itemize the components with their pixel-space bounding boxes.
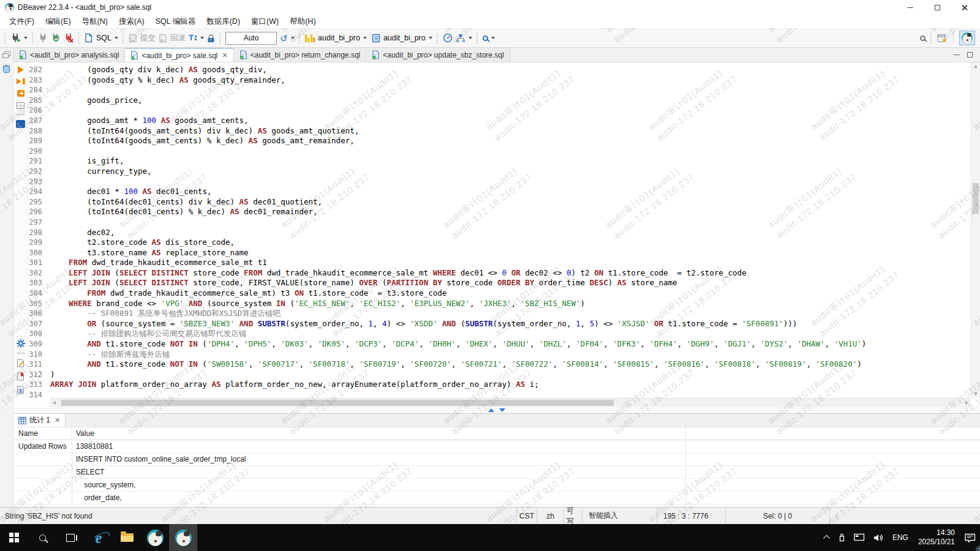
code-token: , xyxy=(603,339,612,348)
stats-row[interactable]: Updated Rows 138810881 xyxy=(13,440,980,453)
horizontal-scrollbar[interactable] xyxy=(50,398,971,407)
restore-views-icon[interactable] xyxy=(2,51,10,59)
schema-dropdown[interactable] xyxy=(429,37,432,39)
vertical-scroll-thumb[interactable] xyxy=(973,183,979,213)
stats-tab[interactable]: 统计 1 xyxy=(13,414,66,427)
minimize-button[interactable] xyxy=(897,1,924,14)
connect-icon[interactable] xyxy=(38,33,48,43)
schema-selector[interactable]: audit_bi_pro xyxy=(383,34,426,42)
minimize-view-icon[interactable] xyxy=(954,54,960,55)
menu-item[interactable]: 编辑(E) xyxy=(40,15,77,28)
open-perspective-icon[interactable] xyxy=(937,34,948,43)
scroll-down-arrow[interactable] xyxy=(974,392,978,395)
menu-item[interactable]: 文件(F) xyxy=(4,15,40,28)
stats-value-header[interactable]: Value xyxy=(72,427,686,440)
notification-center-button[interactable]: 1 xyxy=(960,524,980,551)
edit-file-icon[interactable] xyxy=(17,359,24,367)
tx-mode-combo[interactable]: Auto xyxy=(225,32,277,45)
scroll-up-arrow[interactable] xyxy=(974,65,978,68)
editor-tab[interactable]: <audit_bi_pro> return_change.sql xyxy=(234,48,366,62)
new-connection-dropdown[interactable] xyxy=(24,37,28,39)
status-segment: CST xyxy=(516,508,537,524)
transaction-mode-icon[interactable] xyxy=(189,34,197,42)
dbeaver-taskbar-button-active[interactable] xyxy=(169,524,197,551)
connection-type-icon[interactable] xyxy=(305,34,315,42)
stats-name-header[interactable]: Name xyxy=(13,427,72,440)
quick-access-search-icon[interactable] xyxy=(920,36,925,41)
er-diagram-icon[interactable] xyxy=(456,34,466,43)
console-icon[interactable] xyxy=(16,120,25,128)
scroll-right-arrow[interactable] xyxy=(965,401,968,405)
task-view-button[interactable] xyxy=(56,524,85,551)
stats-row[interactable]: source_system, xyxy=(13,479,980,492)
internet-explorer-button[interactable] xyxy=(85,524,113,551)
stats-row[interactable]: INSERT INTO custom_online_sale_order_tmp… xyxy=(13,453,980,466)
settings-gear-icon[interactable] xyxy=(17,339,25,348)
reconnect-icon[interactable] xyxy=(51,33,61,43)
editor-results-splitter[interactable] xyxy=(13,407,980,413)
execute-script-icon[interactable] xyxy=(17,78,25,84)
dashboard-gauge-icon[interactable] xyxy=(443,33,453,43)
disconnect-icon[interactable] xyxy=(64,33,74,43)
menu-item[interactable]: SQL 编辑器 xyxy=(150,15,202,28)
file-explorer-button[interactable] xyxy=(113,524,141,551)
connection-dropdown[interactable] xyxy=(363,37,367,39)
search-icon[interactable] xyxy=(483,36,488,41)
stats-tab-close-icon[interactable] xyxy=(55,416,60,424)
history-dropdown[interactable] xyxy=(291,37,295,39)
menu-item[interactable]: 窗口(W) xyxy=(246,15,284,28)
editor-tab[interactable]: <audit_bi_pro> update_sbz_store.sql xyxy=(366,48,510,62)
volume-icon[interactable] xyxy=(869,524,888,551)
explain-plan-icon[interactable] xyxy=(17,89,25,97)
lock-icon[interactable] xyxy=(207,34,215,43)
editor-tab[interactable]: <audit_bi_pro> analysis.sql xyxy=(13,48,125,62)
taskbar-search-button[interactable] xyxy=(28,524,56,551)
maximize-editor-icon[interactable] xyxy=(488,408,494,412)
scroll-left-arrow[interactable] xyxy=(53,401,56,405)
sql-editor[interactable]: 282 (goods_qty div k_dec) AS goods_qty_d… xyxy=(13,62,980,398)
sql-script-icon[interactable] xyxy=(84,33,93,43)
maximize-button[interactable] xyxy=(924,1,951,14)
language-indicator[interactable]: ENG xyxy=(888,524,913,551)
usb-device-icon[interactable] xyxy=(834,524,850,551)
database-navigator-icon[interactable] xyxy=(2,65,10,73)
history-icon[interactable] xyxy=(280,34,288,43)
horizontal-scroll-thumb[interactable] xyxy=(61,400,614,406)
connection-selector[interactable]: audit_bi_pro xyxy=(318,34,360,42)
sql-dropdown[interactable] xyxy=(115,37,118,39)
clock[interactable]: 14:30 2025/10/21 xyxy=(913,528,960,547)
stats-row[interactable]: order_date, xyxy=(13,492,980,504)
code-view[interactable]: 282 (goods_qty div k_dec) AS goods_qty_d… xyxy=(28,62,980,398)
er-dropdown[interactable] xyxy=(469,37,472,39)
menu-item[interactable]: 数据库(D) xyxy=(201,15,246,28)
maximize-view-icon[interactable] xyxy=(967,52,973,58)
close-button[interactable] xyxy=(951,1,978,14)
network-display-icon[interactable] xyxy=(850,524,869,551)
menu-item[interactable]: 导航(N) xyxy=(77,15,113,28)
stats-header-row: Name Value xyxy=(13,427,980,440)
show-hidden-icons-button[interactable] xyxy=(821,524,834,551)
transaction-dropdown[interactable] xyxy=(200,37,204,39)
sql-button-label[interactable]: SQL xyxy=(96,34,111,42)
bookmark-file-icon[interactable] xyxy=(17,372,24,381)
schema-doc-icon[interactable] xyxy=(372,34,380,43)
new-connection-icon[interactable] xyxy=(10,33,21,43)
vertical-scrollbar[interactable] xyxy=(971,62,980,398)
code-token: 'SF00815' xyxy=(612,359,654,369)
file-grid-icon[interactable] xyxy=(17,386,24,394)
result-grid-icon[interactable] xyxy=(17,102,24,109)
search-dropdown[interactable] xyxy=(491,37,495,39)
execute-statement-icon[interactable] xyxy=(18,66,24,73)
menu-item[interactable]: 帮助(H) xyxy=(284,15,321,28)
start-button[interactable] xyxy=(0,524,28,551)
code-token: t2.store_code xyxy=(50,238,152,247)
code-token: AS xyxy=(239,197,249,206)
dbeaver-perspective-button[interactable] xyxy=(959,31,975,45)
menu-item[interactable]: 搜索(A) xyxy=(113,15,150,28)
tab-close-icon[interactable] xyxy=(222,51,228,59)
editor-side-toolbar xyxy=(13,62,28,398)
editor-tab[interactable]: <audit_bi_pro> sale.sql xyxy=(125,48,233,62)
maximize-results-icon[interactable] xyxy=(499,408,505,412)
stats-row[interactable]: SELECT xyxy=(13,466,980,479)
dbeaver-taskbar-button[interactable] xyxy=(141,524,169,551)
